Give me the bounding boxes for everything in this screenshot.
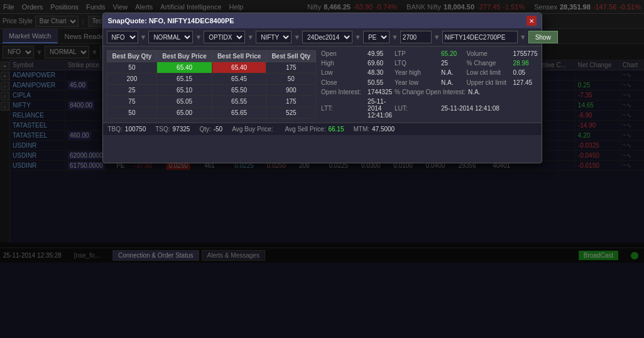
ba-buy-qty: 25: [107, 85, 157, 96]
pct-oi-value: N.A.: [468, 89, 480, 95]
tbq-value: 100750: [125, 126, 146, 133]
ltp-label: LTP: [395, 50, 439, 57]
ba-sell-qty: 50: [266, 74, 316, 85]
bid-ask-table: Best Buy Qty Best Buy Price Best Sell Pr…: [107, 50, 317, 119]
low-ckt-label: Low ckt limit: [467, 69, 511, 76]
lut-label: LUT:: [395, 105, 439, 112]
modal-titlebar: SnapQuote: NFO, NIFTY14DEC8400PE ✕: [103, 13, 542, 28]
ba-sell-qty: 175: [266, 62, 316, 74]
avg-buy-item: Avg Buy Price:: [232, 126, 275, 133]
ltp-item: LTP 65.20: [395, 50, 464, 57]
sq-symbol[interactable]: NIFTY: [256, 31, 292, 43]
bid-ask-row: 25 65.10 65.50 900: [107, 85, 316, 96]
ba-col-buy-qty: Best Buy Qty: [107, 51, 157, 62]
ba-buy-qty: 200: [107, 74, 157, 85]
bid-ask-row: 200 65.15 65.45 50: [107, 74, 316, 85]
tsq-value: 97325: [173, 126, 190, 133]
open-item: Open 49.95: [321, 50, 392, 57]
avg-sell-value: 66.15: [328, 126, 344, 133]
ltq-value: 25: [441, 60, 448, 67]
year-high-value: N.A.: [441, 69, 453, 76]
ba-buy-qty: 50: [107, 107, 157, 119]
pct-change-label: % Change: [467, 60, 511, 67]
ba-buy-price: 65.40: [157, 62, 212, 74]
modal-overlay: SnapQuote: NFO, NIFTY14DEC8400PE ✕ NFO ▼…: [0, 0, 644, 338]
ba-col-buy-price: Best Buy Price: [157, 51, 212, 62]
ltt-label: LTT:: [321, 105, 365, 112]
ba-sell-price: 65.65: [212, 107, 266, 119]
ba-sell-price: 65.50: [212, 85, 266, 96]
close-value: 50.55: [368, 79, 383, 86]
high-value: 69.60: [368, 60, 383, 67]
pct-change-item: % Change 28.98: [467, 60, 538, 67]
ba-col-sell-qty: Best Sell Qty: [266, 51, 316, 62]
sq-option-type[interactable]: PE: [363, 31, 390, 43]
lut-item: LUT: 25-11-2014 12:41:08: [395, 98, 537, 119]
open-value: 49.95: [368, 50, 383, 57]
low-value: 48.30: [368, 69, 383, 76]
ltt-value: 25-11-2014 12:41:06: [368, 98, 392, 119]
ltp-value: 65.20: [441, 50, 457, 57]
low-item: Low 48.30: [321, 69, 392, 76]
year-low-value: N.A.: [441, 79, 453, 86]
ba-buy-price: 65.15: [157, 74, 212, 85]
close-item: Close 50.55: [321, 79, 392, 85]
ltq-item: LTQ 25: [395, 60, 464, 67]
quote-details: Open 49.95 LTP 65.20 Volume 1755775 High…: [321, 50, 537, 119]
lut-value: 25-11-2014 12:41:08: [441, 105, 499, 112]
sq-expiry[interactable]: 24Dec2014: [302, 31, 352, 43]
pct-oi-label: % Change Open Interest:: [395, 89, 466, 95]
high-label: High: [321, 60, 365, 67]
ltq-label: LTQ: [395, 60, 439, 67]
year-high-item: Year high N.A.: [395, 69, 464, 76]
ba-sell-price: 65.45: [212, 74, 266, 85]
sq-exchange[interactable]: NFO: [107, 31, 138, 43]
upper-ckt-item: Upper ckt limit 127.45: [467, 79, 538, 85]
ba-buy-price: 65.00: [157, 107, 212, 119]
open-label: Open: [321, 50, 365, 57]
qty-item: Qty: -50: [199, 126, 222, 133]
low-ckt-item: Low ckt limit 0.05: [467, 69, 538, 76]
bid-ask-row: 75 65.05 65.55 175: [107, 96, 316, 107]
low-ckt-value: 0.05: [513, 69, 525, 76]
qty-label: Qty:: [199, 126, 210, 133]
upper-ckt-label: Upper ckt limit: [467, 79, 511, 86]
oi-item: Open Interest: 1744325: [321, 89, 392, 95]
qty-value: -50: [214, 126, 222, 133]
close-label: Close: [321, 79, 365, 86]
modal-toolbar: NFO ▼ NORMAL ▼ OPTIDX ▼ NIFTY ▼ 24Dec201…: [103, 28, 542, 46]
ba-sell-qty: 175: [266, 96, 316, 107]
modal-close-button[interactable]: ✕: [527, 16, 537, 26]
bid-ask-row: 50 65.00 65.65 525: [107, 107, 316, 119]
sq-contract-input[interactable]: [442, 31, 518, 43]
tbq-label: TBQ:: [108, 126, 123, 133]
ba-buy-qty: 50: [107, 62, 157, 74]
ba-col-sell-price: Best Sell Price: [212, 51, 266, 62]
bid-ask-row: 50 65.40 65.40 175: [107, 62, 316, 74]
ltt-item: LTT: 25-11-2014 12:41:06: [321, 98, 392, 119]
mtm-label: MTM:: [353, 126, 369, 133]
volume-value: 1755775: [513, 50, 538, 57]
year-low-item: Year low N.A.: [395, 79, 464, 85]
modal-title: SnapQuote: NFO, NIFTY14DEC8400PE: [108, 17, 234, 25]
tsq-label: TSQ:: [155, 126, 170, 133]
upper-ckt-value: 127.45: [513, 79, 533, 86]
ba-sell-qty: 900: [266, 85, 316, 96]
ba-buy-price: 65.10: [157, 85, 212, 96]
avg-sell-item: Avg Sell Price: 66.15: [285, 126, 344, 133]
tsq-item: TSQ: 97325: [155, 126, 190, 133]
modal-body: Best Buy Qty Best Buy Price Best Sell Pr…: [103, 46, 542, 123]
avg-sell-label: Avg Sell Price:: [285, 126, 326, 133]
modal-footer: TBQ: 100750 TSQ: 97325 Qty: -50 Avg Buy …: [103, 123, 542, 135]
sq-strike-input[interactable]: [400, 31, 432, 43]
mtm-item: MTM: 47.5000: [353, 126, 395, 133]
year-low-label: Year low: [395, 79, 439, 86]
sq-show-button[interactable]: Show: [528, 31, 558, 43]
ba-sell-qty: 525: [266, 107, 316, 119]
snapquote-modal: SnapQuote: NFO, NIFTY14DEC8400PE ✕ NFO ▼…: [102, 13, 542, 163]
sq-mode[interactable]: NORMAL: [148, 31, 193, 43]
sq-instrument[interactable]: OPTIDX: [204, 31, 245, 43]
ba-sell-price: 65.55: [212, 96, 266, 107]
volume-item: Volume 1755775: [467, 50, 538, 57]
oi-value: 1744325: [368, 89, 392, 95]
